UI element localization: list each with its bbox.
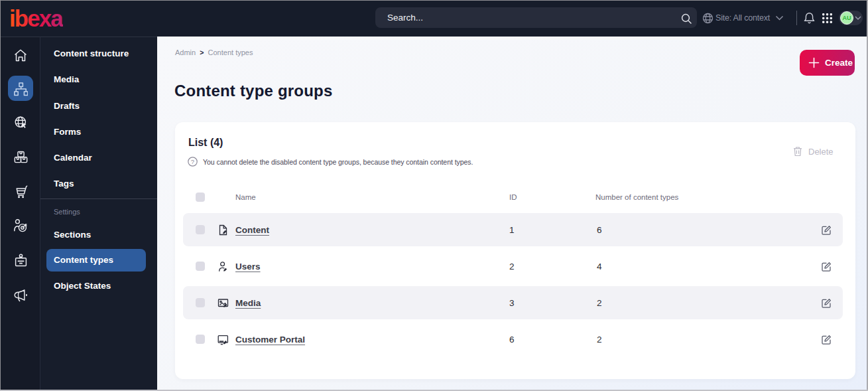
svg-text:ibexa: ibexa: [9, 5, 63, 29]
svg-text:?: ?: [191, 158, 194, 165]
